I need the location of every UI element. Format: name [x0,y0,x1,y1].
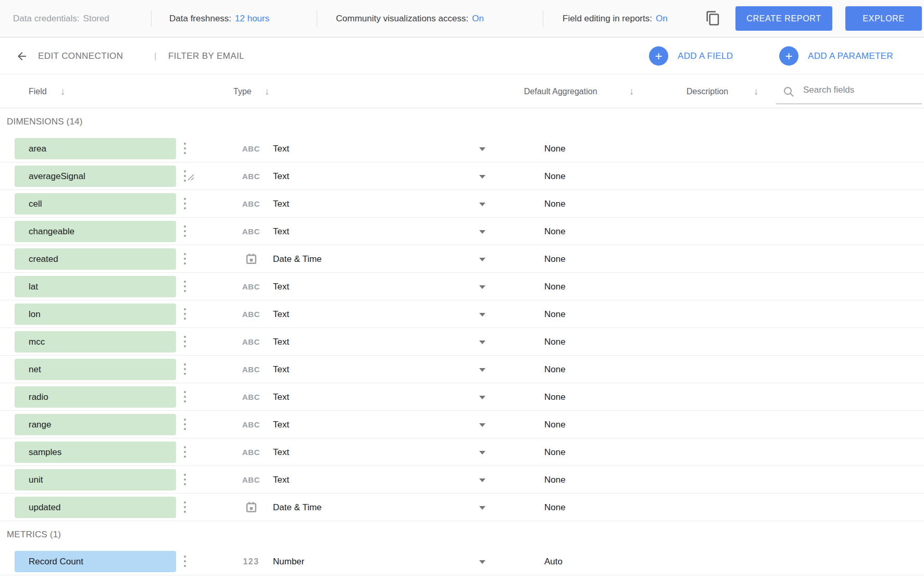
calendar-icon [240,501,263,513]
dropdown-caret-icon [479,478,485,485]
more-options-button[interactable] [181,471,189,488]
field-pill[interactable]: averageSignal [15,166,176,187]
dropdown-caret-icon [479,230,485,237]
search-fields-input[interactable] [776,77,922,104]
aggregation-value: None [544,438,566,466]
dropdown-caret-icon [479,285,485,292]
field-editing-value-link[interactable]: On [656,14,668,24]
column-field: Field [29,74,47,108]
aggregation-value[interactable]: Auto [544,548,563,575]
sort-arrow-icon[interactable]: ↓ [754,74,759,108]
type-label: Text [273,364,289,375]
type-select[interactable]: ABC 123 Text [240,438,487,466]
type-label: Date & Time [273,254,322,264]
more-options-button[interactable] [181,388,189,405]
type-select[interactable]: ABC 123 Date & Time [240,245,487,273]
add-a-parameter-label: ADD A PARAMETER [808,51,893,61]
field-pill[interactable]: radio [15,386,176,408]
more-options-button[interactable] [181,499,189,515]
more-options-button[interactable] [181,444,189,460]
field-pill[interactable]: cell [15,193,176,215]
field-pill[interactable]: lat [15,276,176,297]
field-name: net [29,364,41,375]
type-select[interactable]: ABC 123 Text [240,162,487,190]
text-type-icon: ABC [240,310,263,319]
type-select[interactable]: ABC 123 Text [240,273,487,300]
dropdown-caret-icon [479,203,485,209]
type-select[interactable]: ABC 123 Text [240,300,487,328]
data-credentials-value: Stored [83,14,109,24]
more-options-button[interactable] [181,278,189,295]
dropdown-caret-icon [479,451,485,458]
field-pill[interactable]: updated [15,497,176,518]
type-select[interactable]: ABC 123 Text [240,328,487,356]
field-name: unit [29,475,43,485]
type-select[interactable]: ABC 123 Text [240,190,487,218]
aggregation-value: None [544,411,566,438]
text-type-icon: ABC [240,199,263,208]
sort-arrow-icon[interactable]: ↓ [265,74,270,108]
section-title: METRICS (1) [0,521,924,548]
more-options-button[interactable] [181,553,189,570]
more-options-button[interactable] [181,361,189,377]
type-select[interactable]: ABC 123 Text [240,411,487,438]
section-title: DIMENSIONS (14) [0,108,924,135]
field-pill[interactable]: range [15,414,176,435]
field-pill[interactable]: net [15,359,176,380]
create-report-button[interactable]: CREATE REPORT [735,6,832,31]
more-options-button[interactable] [181,140,189,157]
field-pill[interactable]: samples [15,442,176,463]
type-label: Text [273,199,289,209]
field-pill[interactable]: Record Count [15,551,176,572]
field-pill[interactable]: changeable [15,221,176,242]
type-select[interactable]: ABC 123 Date & Time [240,494,487,521]
field-pill[interactable]: mcc [15,331,176,352]
type-label: Text [273,282,289,292]
aggregation-value: None [544,218,566,245]
type-select[interactable]: ABC 123 Text [240,383,487,411]
field-name: lat [29,282,38,292]
explore-button[interactable]: EXPLORE [845,6,922,31]
add-a-field-button[interactable]: + ADD A FIELD [649,37,733,74]
type-select[interactable]: ABC 123 Text [240,466,487,494]
field-pill[interactable]: lon [15,304,176,325]
type-select[interactable]: ABC 123 Text [240,218,487,245]
text-type-icon: ABC [240,337,263,346]
search-fields-box [776,74,922,108]
more-options-button[interactable] [181,168,189,184]
more-options-button[interactable] [181,306,189,322]
back-arrow-icon[interactable] [13,37,31,74]
field-row: changeable ABC 123 Text None [0,218,924,245]
type-select[interactable]: ABC 123 Text [240,356,487,383]
type-label: Text [273,420,289,430]
text-type-icon: ABC [240,227,263,236]
type-label: Number [273,557,304,567]
type-label: Text [273,475,289,485]
more-options-button[interactable] [181,416,189,433]
sort-arrow-icon[interactable]: ↓ [629,74,634,108]
more-options-button[interactable] [181,250,189,267]
data-freshness-value-link[interactable]: 12 hours [235,14,269,24]
filter-by-email-button[interactable]: FILTER BY EMAIL [168,37,244,74]
type-select[interactable]: ABC 123 Text [240,135,487,162]
more-options-button[interactable] [181,195,189,212]
column-default-aggregation: Default Aggregation [524,74,597,108]
copy-icon[interactable] [704,10,722,28]
field-pill[interactable]: area [15,138,176,159]
more-options-button[interactable] [181,333,189,350]
field-row: updated ABC 123 Date & Time None [0,494,924,521]
field-pill[interactable]: unit [15,469,176,490]
sort-arrow-icon[interactable]: ↓ [60,74,66,108]
aggregation-value: None [544,273,566,300]
field-name: created [29,254,58,264]
aggregation-value: None [544,466,566,494]
field-name: averageSignal [29,171,85,182]
community-viz-value-link[interactable]: On [472,14,484,24]
type-select[interactable]: ABC 123 Number [240,548,487,575]
plus-icon: + [649,46,668,66]
field-pill[interactable]: created [15,248,176,270]
more-options-button[interactable] [181,223,189,239]
divider [317,10,317,27]
edit-connection-button[interactable]: EDIT CONNECTION [38,37,123,74]
add-a-parameter-button[interactable]: + ADD A PARAMETER [779,37,893,74]
